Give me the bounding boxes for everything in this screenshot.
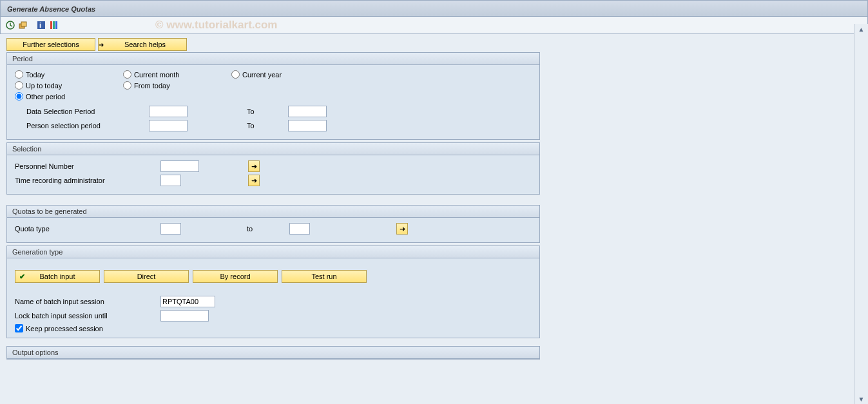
radio-current-month[interactable]: Current month — [123, 70, 231, 79]
radio-from-today[interactable]: From today — [123, 81, 231, 90]
time-recording-admin-label: Time recording administrator — [15, 177, 155, 184]
selection-group: Selection Personnel Number ➜ Time record… — [6, 142, 540, 195]
arrow-right-icon: ➜ — [251, 177, 257, 185]
batch-session-name-label: Name of batch input session — [15, 298, 155, 305]
svg-rect-6 — [53, 21, 55, 29]
personnel-number-input[interactable] — [160, 160, 199, 172]
radio-other-period-label: Other period — [26, 93, 65, 101]
variant-icon[interactable] — [17, 19, 29, 31]
svg-text:i: i — [39, 21, 41, 29]
radio-current-year-label: Current year — [242, 71, 282, 79]
person-selection-from-input[interactable] — [149, 120, 188, 131]
period-group: Period Today Current month Current year … — [6, 52, 540, 140]
radio-today[interactable]: Today — [15, 70, 123, 79]
quota-type-from-input[interactable] — [160, 223, 181, 235]
test-run-button[interactable]: Test run — [282, 270, 367, 283]
title-text: Generate Absence Quotas — [7, 5, 95, 13]
direct-label: Direct — [137, 273, 156, 280]
lock-batch-session-label: Lock batch input session until — [15, 312, 155, 320]
personnel-number-label: Personnel Number — [15, 162, 155, 170]
by-record-label: By record — [220, 273, 250, 280]
quota-type-multi-button[interactable]: ➜ — [396, 223, 408, 235]
by-record-button[interactable]: By record — [193, 270, 278, 283]
quota-type-to-input[interactable] — [289, 223, 310, 235]
generation-group: Generation type ✔ Batch input Direct By … — [6, 245, 540, 338]
to-label-1: To — [193, 108, 283, 115]
scroll-track[interactable] — [854, 34, 868, 394]
quotas-group-title: Quotas to be generated — [7, 206, 539, 218]
arrow-right-icon: ➜ — [400, 225, 405, 233]
further-selections-label: Further selections — [7, 41, 95, 48]
further-selections-button[interactable]: Further selections — [6, 38, 95, 51]
radio-up-to-today[interactable]: Up to today — [15, 81, 123, 90]
data-selection-from-input[interactable] — [149, 106, 188, 117]
period-group-title: Period — [7, 53, 539, 65]
direct-button[interactable]: Direct — [104, 270, 189, 283]
scroll-up-icon[interactable]: ▲ — [856, 24, 867, 34]
data-selection-to-input[interactable] — [288, 106, 327, 117]
radio-up-to-today-label: Up to today — [26, 82, 62, 90]
scroll-down-icon[interactable]: ▼ — [856, 394, 867, 404]
radio-current-year[interactable]: Current year — [231, 70, 340, 79]
keep-processed-checkbox[interactable] — [15, 324, 23, 332]
radio-other-period[interactable]: Other period — [15, 92, 123, 101]
svg-rect-5 — [50, 21, 52, 29]
arrow-right-icon: ➜ — [251, 162, 257, 171]
batch-input-button[interactable]: ✔ Batch input — [15, 270, 100, 283]
time-recording-admin-multi-button[interactable]: ➜ — [248, 175, 260, 186]
test-run-label: Test run — [311, 273, 336, 280]
svg-rect-2 — [21, 22, 26, 26]
personnel-number-multi-button[interactable]: ➜ — [248, 160, 260, 172]
keep-processed-label: Keep processed session — [26, 325, 103, 332]
search-helps-label: Search helps — [104, 41, 186, 48]
quotas-group: Quotas to be generated Quota type to ➜ — [6, 205, 540, 243]
vertical-scrollbar[interactable]: ▲ ▼ — [854, 24, 868, 404]
top-button-row: Further selections ➜ Search helps — [6, 38, 862, 51]
quota-to-label: to — [186, 225, 284, 233]
execute-icon[interactable] — [5, 19, 16, 31]
search-helps-button[interactable]: ➜ Search helps — [98, 38, 187, 51]
batch-input-label: Batch input — [39, 273, 75, 280]
generation-group-title: Generation type — [7, 246, 539, 258]
arrow-right-icon: ➜ — [99, 41, 104, 48]
content-area: Further selections ➜ Search helps Period… — [0, 34, 868, 395]
watermark: © www.tutorialkart.com — [155, 19, 277, 32]
output-group-title: Output options — [7, 347, 539, 359]
svg-rect-7 — [55, 21, 57, 29]
page-title: Generate Absence Quotas — [0, 0, 868, 17]
radio-today-label: Today — [26, 71, 44, 79]
quota-type-label: Quota type — [15, 225, 155, 233]
output-group: Output options — [6, 346, 540, 360]
toolbar: i © www.tutorialkart.com — [0, 17, 868, 34]
radio-from-today-label: From today — [134, 82, 170, 90]
lock-batch-session-input[interactable] — [160, 310, 209, 322]
layout-icon[interactable] — [48, 19, 60, 31]
to-label-2: To — [193, 122, 283, 130]
check-icon: ✔ — [19, 273, 25, 281]
batch-session-name-input[interactable] — [160, 296, 215, 307]
selection-group-title: Selection — [7, 143, 539, 155]
time-recording-admin-input[interactable] — [160, 175, 181, 186]
person-selection-period-label: Person selection period — [15, 122, 144, 130]
info-icon[interactable]: i — [35, 19, 47, 31]
person-selection-to-input[interactable] — [288, 120, 327, 131]
data-selection-period-label: Data Selection Period — [15, 108, 144, 115]
radio-current-month-label: Current month — [134, 71, 179, 79]
